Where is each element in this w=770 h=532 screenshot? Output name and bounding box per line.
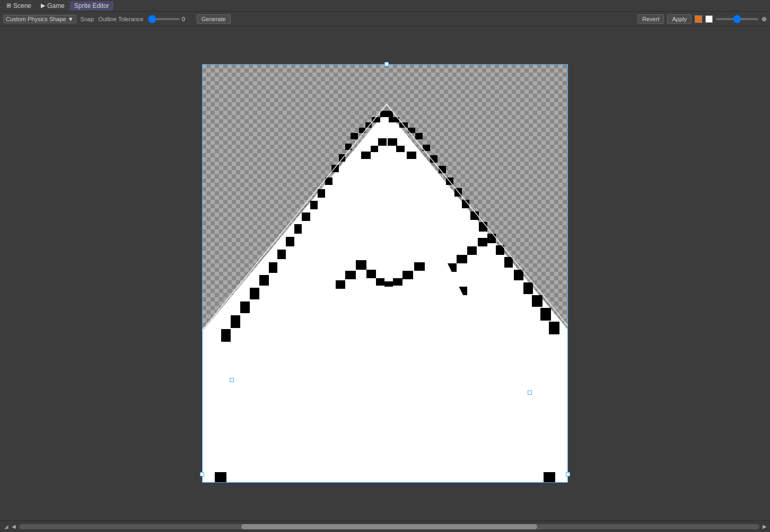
apply-button[interactable]: Apply (667, 14, 692, 24)
svg-rect-2 (372, 117, 380, 122)
sprite-canvas (202, 64, 568, 483)
svg-rect-25 (221, 329, 231, 342)
corner-resize-icon: ◢ (2, 522, 11, 530)
svg-rect-47 (478, 238, 487, 246)
svg-rect-40 (532, 295, 542, 307)
svg-rect-23 (240, 302, 250, 313)
slider-value: 0 (182, 16, 192, 22)
revert-button[interactable]: Revert (637, 14, 664, 24)
sprite-editor-label: Sprite Editor (74, 2, 109, 10)
svg-rect-14 (318, 189, 325, 198)
scroll-right-arrow[interactable]: ▶ (762, 524, 768, 529)
scene-label: Scene (13, 2, 31, 10)
svg-rect-28 (430, 155, 438, 163)
svg-rect-48 (462, 276, 471, 285)
svg-rect-21 (259, 275, 269, 286)
menu-bar: ⊞ Scene ▶ Game Sprite Editor (0, 0, 770, 12)
svg-rect-43 (457, 255, 467, 263)
svg-rect-38 (514, 270, 523, 280)
svg-rect-41 (540, 308, 551, 321)
menu-item-scene[interactable]: ⊞ Scene (2, 1, 36, 11)
toolbar: Custom Physics Shape ▼ Snap Outline Tole… (0, 12, 770, 26)
svg-rect-58 (371, 146, 378, 152)
svg-rect-9 (351, 133, 358, 139)
svg-rect-3 (389, 117, 399, 122)
menu-item-sprite-editor[interactable]: Sprite Editor (70, 1, 113, 11)
scrollbar-thumb[interactable] (241, 524, 537, 529)
dropdown-arrow-icon: ▼ (68, 16, 74, 22)
svg-rect-56 (378, 138, 387, 146)
color-swatch-orange[interactable] (695, 15, 702, 23)
svg-rect-20 (269, 262, 277, 273)
horizontal-scrollbar[interactable] (19, 524, 759, 529)
outline-tolerance-label: Outline Tolerance (98, 16, 143, 22)
svg-marker-74 (351, 292, 425, 329)
zoom-slider[interactable] (716, 18, 758, 20)
game-label: Game (47, 2, 65, 10)
svg-rect-72 (336, 280, 345, 289)
svg-rect-70 (414, 262, 425, 271)
svg-rect-78 (215, 472, 226, 483)
svg-rect-35 (487, 234, 496, 243)
svg-rect-61 (361, 152, 371, 159)
toolbar-right: Revert Apply ⊕ (637, 14, 767, 24)
scene-icon: ⊞ (6, 2, 11, 9)
control-point-bottom-left[interactable] (200, 472, 204, 476)
svg-rect-34 (479, 222, 487, 232)
generate-button[interactable]: Generate (197, 14, 231, 24)
svg-rect-66 (376, 278, 384, 286)
svg-rect-65 (366, 270, 376, 278)
control-point-mid-right[interactable] (528, 391, 532, 395)
svg-rect-17 (294, 224, 302, 234)
svg-rect-29 (439, 166, 446, 173)
svg-rect-4 (365, 122, 372, 128)
svg-rect-5 (399, 122, 408, 128)
svg-rect-82 (544, 472, 555, 483)
svg-rect-31 (454, 188, 462, 197)
svg-rect-15 (310, 201, 318, 209)
svg-rect-19 (277, 250, 286, 259)
color-swatch-white[interactable] (705, 15, 713, 23)
custom-physics-shape-dropdown[interactable]: Custom Physics Shape ▼ (3, 15, 76, 23)
svg-rect-27 (423, 145, 430, 151)
svg-rect-46 (467, 246, 477, 255)
svg-rect-71 (345, 271, 356, 279)
svg-rect-30 (446, 178, 453, 185)
svg-rect-10 (345, 144, 352, 150)
svg-rect-26 (415, 133, 423, 139)
svg-rect-64 (356, 260, 366, 270)
custom-physics-shape-label: Custom Physics Shape (6, 16, 66, 22)
canvas-viewport[interactable] (202, 64, 568, 483)
main-area (0, 26, 770, 520)
svg-rect-59 (396, 146, 405, 152)
zoom-icon: ⊕ (762, 15, 767, 23)
svg-rect-68 (393, 278, 402, 286)
control-point-top-center[interactable] (384, 62, 389, 66)
snap-label: Snap (81, 16, 94, 22)
menu-item-game[interactable]: ▶ Game (37, 1, 69, 11)
svg-rect-12 (331, 165, 339, 172)
control-point-mid-left[interactable] (230, 378, 234, 382)
svg-rect-18 (286, 237, 294, 246)
svg-rect-36 (496, 245, 504, 255)
svg-rect-39 (523, 282, 533, 294)
bottom-bar: ◢ ◀ ▶ (0, 520, 770, 532)
svg-rect-69 (402, 271, 413, 279)
control-point-bottom-right[interactable] (566, 472, 570, 476)
svg-rect-57 (388, 138, 397, 146)
svg-rect-7 (408, 128, 415, 133)
svg-rect-13 (325, 178, 332, 185)
svg-rect-42 (549, 322, 559, 334)
outline-tolerance-slider[interactable] (148, 18, 180, 20)
svg-rect-16 (302, 212, 310, 221)
svg-rect-32 (462, 200, 469, 208)
svg-rect-6 (359, 128, 365, 133)
svg-rect-11 (339, 154, 345, 162)
svg-rect-24 (231, 315, 240, 328)
svg-rect-1 (380, 111, 393, 117)
svg-rect-62 (407, 152, 416, 159)
svg-rect-37 (504, 257, 513, 268)
svg-rect-33 (470, 211, 479, 220)
outline-tolerance-slider-container: 0 (148, 16, 192, 22)
scroll-left-arrow[interactable]: ◀ (11, 524, 17, 529)
